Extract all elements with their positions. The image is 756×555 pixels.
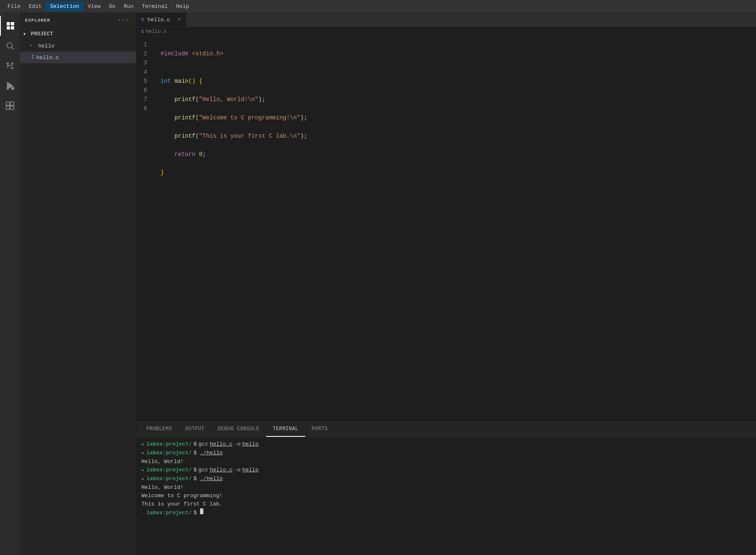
svg-rect-0 — [7, 22, 10, 25]
source-control-activity-icon[interactable] — [0, 56, 20, 76]
svg-rect-14 — [10, 102, 14, 105]
svg-rect-13 — [6, 102, 10, 105]
hello-c-label: hello.c — [36, 55, 59, 61]
menu-view[interactable]: View — [84, 2, 105, 11]
run-debug-activity-icon[interactable] — [0, 76, 20, 96]
svg-rect-3 — [11, 26, 14, 30]
terminal-output-3: Welcome to C programming! — [141, 492, 751, 500]
tree-item-hello-folder[interactable]: ≡ hello — [20, 40, 136, 52]
term-output-text-2: Hello, World! — [141, 483, 183, 492]
term-prompt-2: labex:project/ — [146, 449, 192, 457]
term-dollar-5: $ — [193, 509, 197, 517]
terminal-output-1: Hello, World! — [141, 458, 751, 466]
term-underline-hello-2: hello — [242, 466, 259, 474]
sidebar: EXPLORER ··· ▼ PROJECT ≡ hello C hello.c — [20, 12, 136, 555]
panel-tabs: PROBLEMS OUTPUT DEBUG CONSOLE TERMINAL P… — [136, 422, 756, 437]
activity-bar — [0, 12, 20, 555]
tab-output[interactable]: OUTPUT — [179, 422, 211, 437]
tree-item-hello-c[interactable]: C hello.c — [20, 52, 136, 63]
term-dollar-3: $ — [193, 466, 197, 474]
sidebar-header-actions: ··· — [116, 16, 131, 25]
terminal-line-1: ● labex:project/ $ gcc hello.c -o hello — [141, 440, 751, 449]
term-output-text-3: Welcome to C programming! — [141, 492, 222, 500]
terminal-line-2: ● labex:project/ $ ./hello — [141, 449, 751, 458]
sidebar-more-button[interactable]: ··· — [116, 16, 131, 25]
terminal-output-2: Hello, World! — [141, 483, 751, 492]
panel-area: PROBLEMS OUTPUT DEBUG CONSOLE TERMINAL P… — [136, 422, 756, 555]
tab-close-button[interactable]: × — [178, 17, 181, 22]
menu-help[interactable]: Help — [172, 2, 193, 11]
term-cmd-3b: -o — [234, 466, 241, 474]
term-underline-hello-1: hello — [242, 440, 259, 448]
term-dot-5: ○ — [141, 509, 144, 518]
tab-ports[interactable]: PORTS — [305, 422, 335, 437]
tab-problems[interactable]: PROBLEMS — [140, 422, 179, 437]
term-dot-2: ● — [141, 449, 144, 458]
extensions-activity-icon[interactable] — [0, 96, 20, 116]
svg-point-7 — [12, 67, 13, 69]
menu-go[interactable]: Go — [105, 2, 120, 11]
menu-terminal[interactable]: Terminal — [138, 2, 172, 11]
project-label: PROJECT — [31, 31, 53, 37]
term-dollar-4: $ — [193, 475, 197, 483]
svg-point-6 — [7, 63, 9, 64]
term-prompt-3: labex:project/ — [146, 466, 192, 474]
arrow-icon: ▼ — [23, 32, 30, 37]
tab-debug-console[interactable]: DEBUG CONSOLE — [211, 422, 266, 437]
term-cmd-3: gcc — [198, 466, 208, 474]
term-output-text-1: Hello, World! — [141, 458, 183, 466]
code-editor[interactable]: 1 2 3 4 5 6 7 8 #include <stdio.h> int m… — [136, 37, 756, 422]
term-dot-3: ● — [141, 466, 144, 475]
menu-file[interactable]: File — [3, 2, 25, 11]
tab-hello-c[interactable]: C hello.c × — [136, 12, 186, 27]
term-underline-helloc-1: hello.c — [210, 440, 232, 448]
svg-rect-16 — [10, 106, 14, 109]
explorer-activity-icon[interactable] — [0, 16, 20, 36]
menubar: File Edit Selection View Go Run Terminal… — [0, 0, 756, 12]
breadcrumb-c-icon: C — [141, 29, 144, 34]
hello-folder-label: hello — [38, 43, 54, 49]
menu-edit[interactable]: Edit — [25, 2, 46, 11]
terminal-line-3: ● labex:project/ $ gcc hello.c -o hello — [141, 466, 751, 475]
sidebar-header: EXPLORER ··· — [20, 12, 136, 28]
tree-item-project[interactable]: ▼ PROJECT — [20, 28, 136, 40]
svg-point-8 — [12, 63, 13, 64]
term-prompt-1: labex:project/ — [146, 440, 192, 448]
term-underline-helloc-2: hello.c — [210, 466, 232, 474]
c-file-icon: C — [32, 55, 35, 60]
term-underline-run-1: ./hello — [200, 449, 223, 457]
sidebar-title: EXPLORER — [25, 18, 50, 23]
menu-selection[interactable]: Selection — [46, 2, 83, 11]
line-numbers: 1 2 3 4 5 6 7 8 — [136, 37, 157, 422]
menu-run[interactable]: Run — [119, 2, 137, 11]
svg-point-4 — [7, 43, 12, 48]
tab-filename: hello.c — [148, 17, 170, 23]
tab-c-icon: C — [141, 17, 144, 22]
terminal-line-4: ● labex:project/ $ ./hello — [141, 475, 751, 483]
breadcrumb-filename: hello.c — [146, 29, 167, 35]
term-cmd-1b: -o — [234, 440, 241, 448]
terminal-prompt-final: ○ labex:project/ $ — [141, 508, 751, 518]
terminal[interactable]: ● labex:project/ $ gcc hello.c -o hello … — [136, 437, 756, 555]
term-underline-run-2: ./hello — [200, 475, 223, 483]
folder-arrow-icon: ≡ — [30, 44, 37, 48]
term-dot-4: ● — [141, 475, 144, 483]
term-dollar-1: $ — [193, 440, 197, 448]
svg-rect-11 — [12, 87, 14, 90]
svg-rect-1 — [11, 22, 14, 25]
term-prompt-4: labex:project/ — [146, 475, 192, 483]
term-dollar-2: $ — [193, 449, 197, 457]
svg-rect-15 — [6, 106, 10, 109]
editor-area: C hello.c × C hello.c 1 2 3 4 — [136, 12, 756, 555]
search-activity-icon[interactable] — [0, 36, 20, 56]
term-cmd-1: gcc — [198, 440, 208, 448]
tab-bar: C hello.c × — [136, 12, 756, 27]
term-prompt-5: labex:project/ — [146, 509, 192, 517]
tab-terminal[interactable]: TERMINAL — [266, 422, 305, 437]
svg-rect-2 — [7, 26, 10, 30]
terminal-output-4: This is your first C lab. — [141, 500, 751, 508]
breadcrumb: C hello.c — [136, 27, 756, 37]
term-dot-1: ● — [141, 441, 144, 449]
code-content: #include <stdio.h> int main() { printf("… — [157, 37, 756, 422]
term-cursor — [200, 508, 203, 514]
